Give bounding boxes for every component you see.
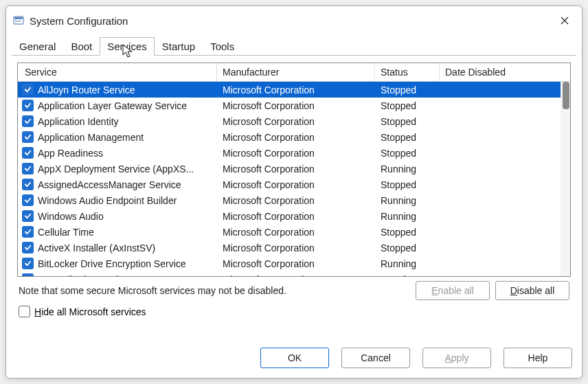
service-manufacturer: Microsoft Corporation bbox=[217, 100, 375, 111]
table-row[interactable]: Application IdentityMicrosoft Corporatio… bbox=[18, 113, 570, 129]
service-manufacturer: Microsoft Corporation bbox=[217, 148, 375, 159]
service-status: Running bbox=[375, 163, 440, 174]
service-checkbox[interactable] bbox=[22, 131, 34, 143]
window-title: System Configuration bbox=[30, 15, 128, 27]
close-button[interactable] bbox=[554, 12, 575, 30]
scroll-thumb[interactable] bbox=[563, 82, 569, 109]
service-checkbox[interactable] bbox=[22, 258, 34, 269]
service-manufacturer: Microsoft Corporation bbox=[217, 258, 375, 269]
service-checkbox[interactable] bbox=[22, 163, 34, 174]
service-name: AppX Deployment Service (AppXS... bbox=[38, 163, 194, 174]
tab-bar: General Boot Services Startup Tools bbox=[6, 34, 582, 55]
table-row[interactable]: App ReadinessMicrosoft CorporationStoppe… bbox=[18, 145, 570, 161]
table-row[interactable]: Base Filtering EngineMicrosoft Corporati… bbox=[18, 271, 570, 276]
column-service[interactable]: Service bbox=[18, 63, 217, 81]
service-manufacturer: Microsoft Corporation bbox=[217, 116, 375, 127]
tab-startup[interactable]: Startup bbox=[155, 37, 203, 56]
service-name: Windows Audio bbox=[38, 211, 104, 222]
table-row[interactable]: ActiveX Installer (AxInstSV)Microsoft Co… bbox=[18, 240, 570, 256]
service-checkbox[interactable] bbox=[22, 115, 34, 127]
service-name: Windows Audio Endpoint Builder bbox=[38, 195, 177, 206]
service-status: Stopped bbox=[375, 100, 440, 111]
service-manufacturer: Microsoft Corporation bbox=[217, 179, 375, 190]
note-text: Note that some secure Microsoft services… bbox=[19, 285, 286, 296]
service-checkbox[interactable] bbox=[22, 273, 34, 276]
service-name: Application Management bbox=[38, 132, 144, 143]
service-name: ActiveX Installer (AxInstSV) bbox=[38, 242, 155, 253]
service-checkbox[interactable] bbox=[22, 147, 34, 159]
service-manufacturer: Microsoft Corporation bbox=[217, 163, 375, 174]
service-status: Stopped bbox=[375, 242, 440, 253]
table-header: Service Manufacturer Status Date Disable… bbox=[18, 63, 570, 82]
table-row[interactable]: Application ManagementMicrosoft Corporat… bbox=[18, 129, 570, 145]
column-status[interactable]: Status bbox=[375, 63, 440, 81]
service-name: App Readiness bbox=[38, 148, 103, 159]
service-name: Application Identity bbox=[38, 116, 119, 127]
column-date-disabled[interactable]: Date Disabled bbox=[440, 63, 570, 81]
service-checkbox[interactable] bbox=[22, 100, 34, 111]
hide-ms-row: Hide all Microsoft services bbox=[12, 306, 576, 321]
disable-all-button[interactable]: Disable all bbox=[495, 281, 569, 300]
table-row[interactable]: AppX Deployment Service (AppXS...Microso… bbox=[18, 161, 570, 177]
service-manufacturer: Microsoft Corporation bbox=[217, 227, 375, 238]
service-checkbox[interactable] bbox=[22, 194, 34, 206]
service-name: Application Layer Gateway Service bbox=[38, 100, 187, 111]
service-checkbox[interactable] bbox=[22, 179, 34, 190]
tab-tools[interactable]: Tools bbox=[203, 37, 242, 56]
svg-rect-4 bbox=[19, 21, 21, 22]
service-name: BitLocker Drive Encryption Service bbox=[38, 258, 186, 269]
service-name: AllJoyn Router Service bbox=[38, 84, 135, 95]
service-status: Stopped bbox=[375, 116, 440, 127]
service-checkbox[interactable] bbox=[22, 210, 34, 222]
service-name: AssignedAccessManager Service bbox=[38, 179, 181, 190]
table-row[interactable]: Application Layer Gateway ServiceMicroso… bbox=[18, 98, 570, 113]
titlebar: System Configuration bbox=[6, 6, 582, 34]
enable-all-button[interactable]: Enable all bbox=[416, 281, 490, 300]
column-manufacturer[interactable]: Manufacturer bbox=[217, 63, 375, 81]
note-row: Note that some secure Microsoft services… bbox=[12, 281, 576, 306]
table-row[interactable]: Windows Audio Endpoint BuilderMicrosoft … bbox=[18, 192, 570, 208]
service-manufacturer: Microsoft Corporation bbox=[217, 211, 375, 222]
scrollbar[interactable] bbox=[561, 82, 570, 276]
service-status: Stopped bbox=[375, 227, 440, 238]
svg-rect-3 bbox=[17, 21, 19, 22]
cancel-button[interactable]: Cancel bbox=[341, 348, 410, 368]
service-checkbox[interactable] bbox=[22, 84, 34, 95]
service-status: Running bbox=[375, 211, 440, 222]
service-name: Base Filtering Engine bbox=[38, 274, 129, 277]
dialog-footer: OK Cancel Apply Help bbox=[6, 341, 582, 378]
services-table: Service Manufacturer Status Date Disable… bbox=[17, 63, 571, 277]
svg-rect-1 bbox=[14, 17, 23, 19]
system-configuration-window: System Configuration General Boot Servic… bbox=[5, 5, 583, 379]
app-icon bbox=[13, 15, 24, 26]
service-manufacturer: Microsoft Corporation bbox=[217, 274, 375, 277]
hide-ms-checkbox[interactable] bbox=[19, 306, 30, 317]
service-manufacturer: Microsoft Corporation bbox=[217, 195, 375, 206]
help-button[interactable]: Help bbox=[504, 348, 572, 368]
service-status: Running bbox=[375, 195, 440, 206]
tab-boot[interactable]: Boot bbox=[63, 37, 100, 56]
service-checkbox[interactable] bbox=[22, 226, 34, 238]
service-status: Running bbox=[375, 274, 440, 277]
svg-rect-2 bbox=[15, 21, 16, 22]
service-manufacturer: Microsoft Corporation bbox=[217, 132, 375, 143]
service-checkbox[interactable] bbox=[22, 242, 34, 253]
service-status: Stopped bbox=[375, 84, 440, 95]
table-row[interactable]: BitLocker Drive Encryption ServiceMicros… bbox=[18, 256, 570, 271]
service-status: Stopped bbox=[375, 132, 440, 143]
ok-button[interactable]: OK bbox=[260, 348, 329, 368]
table-row[interactable]: Windows AudioMicrosoft CorporationRunnin… bbox=[18, 208, 570, 224]
table-row[interactable]: AllJoyn Router ServiceMicrosoft Corporat… bbox=[18, 82, 570, 98]
service-manufacturer: Microsoft Corporation bbox=[217, 242, 375, 253]
hide-ms-label[interactable]: Hide all Microsoft services bbox=[34, 306, 146, 317]
service-status: Stopped bbox=[375, 179, 440, 190]
tab-content: Service Manufacturer Status Date Disable… bbox=[12, 55, 576, 341]
table-row[interactable]: AssignedAccessManager ServiceMicrosoft C… bbox=[18, 177, 570, 192]
table-row[interactable]: Cellular TimeMicrosoft CorporationStoppe… bbox=[18, 224, 570, 240]
table-body[interactable]: AllJoyn Router ServiceMicrosoft Corporat… bbox=[18, 82, 570, 276]
service-manufacturer: Microsoft Corporation bbox=[217, 84, 375, 95]
tab-services[interactable]: Services bbox=[100, 37, 155, 56]
tab-general[interactable]: General bbox=[12, 37, 63, 56]
service-name: Cellular Time bbox=[38, 227, 94, 238]
apply-button[interactable]: Apply bbox=[422, 348, 491, 368]
